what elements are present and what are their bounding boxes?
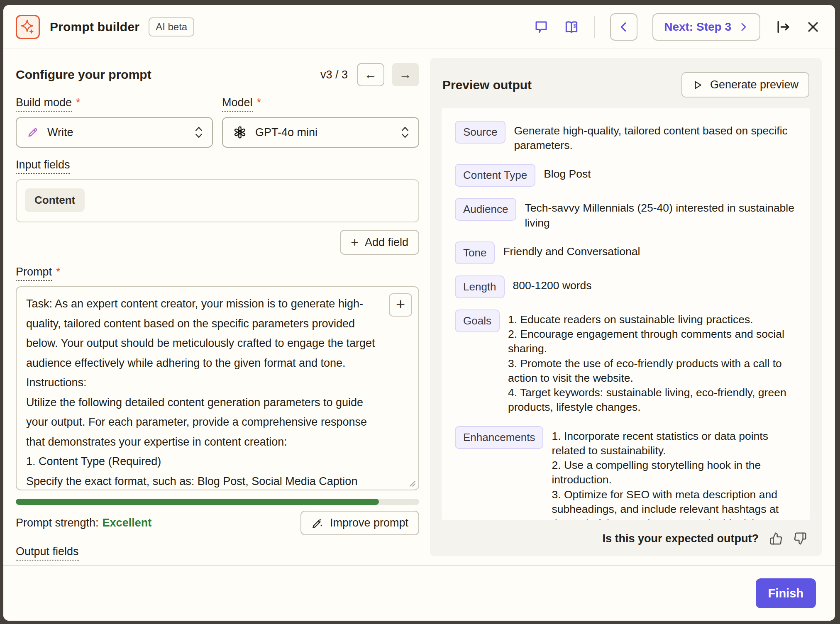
feedback-question: Is this your expected output? [602, 532, 759, 545]
export-arrow-icon [775, 19, 791, 35]
modal-footer: Finish [3, 565, 835, 621]
configure-panel: Configure your prompt v3 / 3 ← → Build m… [16, 58, 419, 565]
preview-value: Blog Post [544, 164, 591, 181]
next-version-button[interactable]: → [392, 63, 419, 86]
build-mode-select[interactable]: Write [16, 117, 213, 148]
version-label: v3 / 3 [320, 68, 348, 81]
chevron-right-icon [738, 22, 749, 32]
previous-step-button[interactable] [610, 13, 637, 41]
improve-prompt-button[interactable]: Improve prompt [300, 511, 419, 535]
select-chevrons-icon [400, 125, 410, 139]
resize-handle[interactable] [409, 480, 416, 487]
build-mode-field: Build mode * Write [16, 96, 213, 148]
thumbs-down-button[interactable] [794, 532, 807, 545]
close-button[interactable] [806, 20, 820, 34]
prompt-builder-modal: Prompt builder AI beta [3, 5, 835, 621]
prompt-strength-fill [16, 499, 379, 505]
select-chevrons-icon [194, 125, 204, 139]
preview-value: 800-1200 words [513, 275, 592, 293]
pop-out-button[interactable] [775, 19, 791, 35]
thumbs-down-icon [794, 532, 807, 545]
preview-row-enhancements: Enhancements 1. Incorporate recent stati… [455, 426, 797, 520]
prompt-section: Prompt * Task: As an expert content crea… [16, 266, 419, 535]
docs-button[interactable] [564, 19, 579, 35]
ai-beta-badge: AI beta [149, 17, 194, 37]
thumbs-up-button[interactable] [769, 532, 783, 545]
input-fields-label: Input fields [16, 158, 70, 174]
required-asterisk: * [56, 266, 61, 278]
generate-preview-button[interactable]: Generate preview [681, 72, 809, 98]
build-mode-value: Write [47, 126, 73, 139]
input-field-chip-content[interactable]: Content [25, 188, 85, 212]
pencil-sparkle-icon [311, 517, 324, 529]
chevron-left-icon [618, 21, 630, 33]
configure-heading: Configure your prompt [16, 68, 151, 82]
ai-sparkle-logo [16, 15, 40, 39]
preview-tag: Content Type [455, 164, 535, 187]
preview-tag: Tone [455, 241, 495, 264]
screen: Prompt builder AI beta [0, 0, 840, 624]
output-fields-label: Output fields [16, 545, 79, 561]
required-asterisk: * [76, 96, 81, 109]
preview-tag: Length [455, 275, 505, 298]
preview-row-content-type: Content Type Blog Post [455, 164, 797, 187]
finish-button[interactable]: Finish [756, 578, 816, 608]
plus-icon: + [351, 236, 359, 249]
header-divider [594, 16, 595, 38]
prompt-strength-label: Prompt strength: [16, 517, 99, 529]
close-icon [806, 20, 820, 34]
play-icon [692, 80, 703, 90]
left-arrow-icon: ← [364, 67, 377, 82]
preview-row-tone: Tone Friendly and Conversational [455, 241, 797, 264]
pencil-icon [27, 126, 39, 139]
expand-prompt-button[interactable]: + [389, 293, 412, 317]
modal-header: Prompt builder AI beta [3, 5, 835, 49]
plus-icon: + [396, 295, 405, 313]
page-title: Prompt builder [50, 20, 139, 34]
comment-icon [534, 20, 549, 34]
model-select[interactable]: GPT-4o mini [222, 117, 419, 148]
feedback-comment-button[interactable] [534, 20, 549, 34]
model-field: Model * GPT-4o [222, 96, 419, 148]
required-asterisk: * [257, 96, 261, 109]
build-mode-label: Build mode [16, 96, 72, 112]
open-book-icon [564, 19, 579, 35]
header-actions: Next: Step 3 [534, 13, 820, 41]
model-label: Model [222, 96, 253, 112]
input-fields-section: Input fields Content + Add field [16, 158, 419, 255]
preview-tag: Source [455, 121, 505, 144]
add-field-label: Add field [365, 236, 408, 249]
model-value: GPT-4o mini [255, 126, 317, 139]
right-arrow-icon: → [399, 67, 412, 82]
next-step-label: Next: Step 3 [664, 20, 731, 34]
previous-version-button[interactable]: ← [357, 63, 384, 86]
preview-value: 1. Incorporate recent statistics or data… [552, 426, 797, 520]
preview-value: Generate high-quality, tailored content … [514, 121, 797, 153]
preview-row-goals: Goals 1. Educate readers on sustainable … [455, 310, 797, 415]
preview-tag: Enhancements [455, 426, 543, 449]
prompt-strength-value: Excellent [103, 517, 152, 529]
modal-body: Configure your prompt v3 / 3 ← → Build m… [3, 49, 835, 565]
preview-row-audience: Audience Tech-savvy Millennials (25-40) … [455, 198, 797, 230]
preview-row-source: Source Generate high-quality, tailored c… [455, 121, 797, 153]
next-step-button[interactable]: Next: Step 3 [652, 13, 760, 41]
input-fields-box: Content [16, 179, 419, 222]
thumbs-up-icon [769, 532, 783, 545]
add-field-button[interactable]: + Add field [340, 230, 419, 255]
preview-panel: Preview output Generate preview Source G… [430, 58, 822, 556]
sparkle-icon [20, 19, 36, 35]
preview-value: 1. Educate readers on sustainable living… [508, 310, 797, 415]
prompt-textarea[interactable]: Task: As an expert content creator, your… [16, 286, 419, 490]
output-fields-section: Output fields [16, 545, 419, 565]
preview-value: Tech-savvy Millennials (25-40) intereste… [525, 198, 797, 230]
improve-prompt-label: Improve prompt [330, 517, 408, 529]
prompt-text: Task: As an expert content creator, your… [26, 294, 383, 490]
prompt-strength-bar [16, 499, 419, 505]
preview-output-card: Source Generate high-quality, tailored c… [442, 108, 810, 520]
preview-value: Friendly and Conversational [503, 241, 640, 259]
version-control: v3 / 3 ← → [320, 63, 419, 86]
preview-tag: Audience [455, 198, 516, 221]
openai-logo-icon [233, 125, 247, 139]
preview-tag: Goals [455, 310, 500, 332]
preview-heading: Preview output [442, 78, 532, 92]
